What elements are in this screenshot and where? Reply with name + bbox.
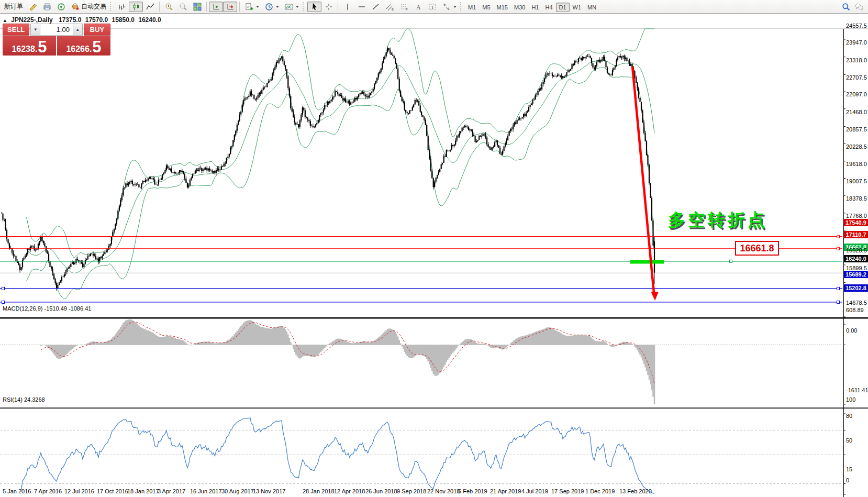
- toolbar-grip: [303, 2, 305, 11]
- period-clock-icon: [264, 2, 273, 11]
- timeframe-m15[interactable]: M15: [494, 3, 511, 12]
- horizontal-line-button[interactable]: [354, 2, 369, 12]
- timeframe-w1[interactable]: W1: [570, 3, 585, 12]
- search-icon[interactable]: [841, 2, 850, 11]
- chart-canvas[interactable]: [0, 14, 868, 497]
- zoom-out-icon: [179, 2, 187, 11]
- arrows-icon: [442, 2, 451, 11]
- toolbar-separator: [338, 2, 338, 12]
- timeframe-m30[interactable]: M30: [511, 3, 528, 12]
- buy-price-pip: 5: [92, 40, 101, 54]
- svg-text:A: A: [416, 3, 421, 10]
- crosshair-button[interactable]: [321, 2, 336, 12]
- line-chart-button[interactable]: [143, 2, 157, 12]
- trendline-icon: [371, 2, 380, 11]
- bar-chart-icon: [117, 2, 126, 11]
- timeframe-d1[interactable]: D1: [556, 3, 570, 12]
- candlestick-icon: [131, 2, 140, 11]
- print-icon: [42, 2, 51, 11]
- tile-windows-icon: [193, 2, 202, 11]
- arrows-button[interactable]: [439, 2, 459, 12]
- panel-toggle-icon[interactable]: ▲: [3, 18, 7, 23]
- template-button[interactable]: [282, 2, 302, 12]
- autoscroll-icon: [226, 2, 235, 11]
- autoscroll-button[interactable]: [223, 2, 237, 12]
- buy-price-display[interactable]: 16266.5: [57, 36, 110, 56]
- zoom-out-button[interactable]: [176, 2, 190, 12]
- toolbar-separator: [159, 2, 160, 12]
- period-button[interactable]: [262, 2, 282, 12]
- toolbar-grip: [110, 2, 113, 11]
- trendline-button[interactable]: [369, 2, 383, 12]
- brush-button[interactable]: [26, 2, 40, 12]
- timeframe-m1[interactable]: M1: [465, 3, 479, 12]
- timeframe-group: M1M5M15M30H1H4D1W1MN: [465, 2, 599, 12]
- buy-button[interactable]: BUY: [84, 24, 110, 36]
- sell-price-pip: 5: [38, 40, 47, 54]
- chevron-down-icon: [276, 6, 279, 8]
- chat-icon[interactable]: [854, 2, 863, 11]
- cursor-button[interactable]: [307, 2, 321, 12]
- basket-icon: [71, 2, 80, 11]
- timeframe-h4[interactable]: H4: [542, 3, 555, 12]
- signal-icon: [57, 2, 65, 11]
- signal-button[interactable]: [54, 2, 68, 12]
- tile-windows-button[interactable]: [190, 2, 204, 12]
- channel-icon: E: [385, 2, 394, 11]
- new-order-label: 新订单: [4, 2, 23, 11]
- vertical-line-icon: [343, 2, 352, 11]
- bar-chart-button[interactable]: [115, 2, 129, 12]
- volume-input[interactable]: 1.00: [40, 24, 73, 36]
- candlestick-button[interactable]: [129, 2, 143, 12]
- toolbar-right-group: [841, 2, 866, 11]
- template-icon: [284, 2, 293, 11]
- chevron-down-icon: [453, 6, 457, 8]
- volume-down-button[interactable]: ▼: [30, 24, 40, 36]
- channel-button[interactable]: E: [383, 2, 397, 12]
- label-icon: T: [428, 2, 437, 11]
- text-button[interactable]: A: [411, 2, 425, 12]
- brush-icon: [28, 2, 37, 11]
- main-toolbar: 新订单 自动交易 E F A T M1M5M15M30H1H4D1W1MN: [0, 0, 868, 14]
- timeframe-m5[interactable]: M5: [479, 3, 493, 12]
- timeframe-h1[interactable]: H1: [528, 3, 542, 12]
- sell-price-main: 16238: [12, 44, 35, 54]
- volume-up-button[interactable]: ▲: [73, 24, 83, 36]
- toolbar-separator: [239, 2, 240, 12]
- price-chart-svg: [0, 14, 868, 497]
- sell-price-display[interactable]: 16238.5: [3, 36, 56, 56]
- timeframe-mn[interactable]: MN: [584, 3, 599, 12]
- add-indicator-icon: [244, 2, 253, 11]
- vertical-line-button[interactable]: [340, 2, 354, 12]
- new-order-button[interactable]: 新订单: [2, 2, 26, 12]
- chevron-down-icon: [296, 6, 299, 8]
- sell-button[interactable]: SELL: [3, 24, 29, 36]
- toolbar-separator: [206, 2, 207, 12]
- zoom-in-icon: [164, 2, 173, 11]
- shift-chart-button[interactable]: [209, 2, 223, 12]
- auto-trading-label: 自动交易: [81, 2, 106, 11]
- auto-trading-button[interactable]: 自动交易: [68, 2, 109, 12]
- fibonacci-button[interactable]: F: [397, 2, 411, 12]
- price-tag-label[interactable]: 16661.8: [735, 241, 779, 256]
- zoom-in-button[interactable]: [162, 2, 176, 12]
- crosshair-icon: [324, 2, 333, 11]
- shift-chart-icon: [212, 2, 220, 11]
- one-click-trading-panel: SELL ▼ 1.00 ▲ BUY 16238.5 16266.5: [3, 24, 110, 56]
- svg-text:E: E: [392, 8, 394, 11]
- cursor-icon: [310, 2, 319, 11]
- fibonacci-icon: F: [399, 2, 408, 11]
- add-indicator-button[interactable]: [242, 2, 262, 12]
- chevron-down-icon: [256, 6, 259, 8]
- horizontal-line-icon: [357, 2, 366, 11]
- buy-price-main: 16266: [66, 44, 90, 54]
- svg-text:T: T: [431, 4, 434, 9]
- text-icon: A: [414, 2, 422, 11]
- line-chart-icon: [146, 2, 154, 11]
- svg-text:F: F: [406, 8, 408, 11]
- label-button[interactable]: T: [425, 2, 439, 12]
- print-button[interactable]: [40, 2, 54, 12]
- toolbar-grip: [460, 2, 463, 11]
